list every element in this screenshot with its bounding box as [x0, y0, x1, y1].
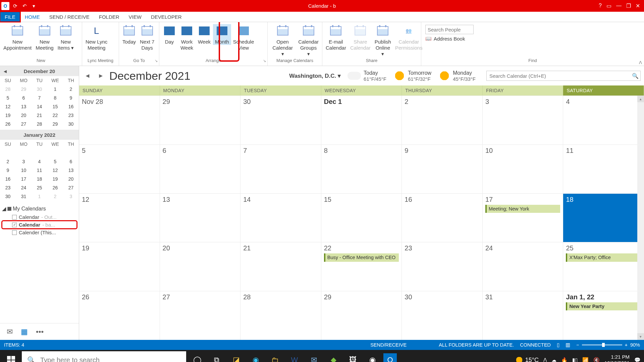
calendar-event[interactable]: Meeting; New York [485, 205, 560, 213]
onedrive-icon[interactable]: ☁ [551, 357, 556, 362]
zoom-in-icon[interactable]: + [625, 342, 628, 348]
day-cell[interactable]: 30 [402, 291, 483, 340]
date-nav-day[interactable]: 6 [63, 157, 79, 166]
scroll-up-icon[interactable]: ▴ [637, 96, 644, 102]
app2-icon[interactable]: 🖼 [344, 352, 361, 362]
wifi-icon[interactable]: 📶 [582, 357, 589, 362]
day-cell[interactable]: 19 [79, 242, 160, 291]
date-nav-day[interactable]: 11 [32, 166, 47, 175]
day-cell[interactable]: Jan 1, 22New Year Party [563, 291, 644, 340]
date-nav-day[interactable]: 29 [16, 85, 32, 94]
date-nav-day[interactable]: 24 [16, 183, 32, 192]
day-cell[interactable]: Nov 28 [79, 96, 160, 144]
view-reading-icon[interactable]: ▥ [566, 342, 570, 348]
day-cell[interactable]: 13 [160, 194, 241, 242]
day-cell[interactable]: 28 [240, 291, 321, 340]
date-nav-day[interactable]: 18 [32, 175, 47, 183]
help-icon[interactable]: ? [599, 3, 602, 9]
date-nav-day[interactable]: 2 [47, 192, 63, 201]
new-meeting-button[interactable]: New Meeting [34, 24, 55, 51]
date-nav-day[interactable]: 13 [16, 102, 32, 111]
weather-day[interactable]: Monday45°F/33°F [439, 70, 476, 82]
zoom-slider[interactable] [582, 344, 622, 346]
date-nav-month2[interactable]: SUMOTUWETH234569101112131617181920232425… [0, 140, 79, 201]
email-calendar-button[interactable]: E-mail Calendar [324, 24, 348, 51]
date-nav-day[interactable]: 26 [0, 120, 16, 128]
sticky-notes-icon[interactable]: ◪ [228, 352, 245, 362]
day-cell[interactable]: 29 [321, 291, 402, 340]
date-nav-day[interactable]: 1 [47, 85, 63, 94]
calendar-list-item[interactable]: ✓Calendar - ba... [2, 221, 77, 229]
calendar-event[interactable]: New Year Party [566, 302, 641, 310]
day-cell[interactable]: 11 [563, 145, 644, 193]
day-cell[interactable]: 2 [402, 96, 483, 144]
zoom-control[interactable]: − + 90% [576, 342, 640, 348]
date-nav-day[interactable] [47, 148, 63, 157]
weather-day[interactable]: Today61°F/45°F [347, 70, 386, 82]
date-nav-day[interactable]: 28 [0, 85, 16, 94]
day-cell[interactable]: 4 [563, 96, 644, 144]
arrange-dialog-launcher-icon[interactable]: ↘ [263, 59, 266, 63]
ribbon-options-icon[interactable]: ▭ [606, 3, 611, 9]
mail-icon[interactable]: ✉ [306, 352, 322, 362]
day-cell[interactable]: 17Meeting; New York [483, 194, 564, 242]
day-cell[interactable]: 14 [240, 194, 321, 242]
date-nav-day[interactable]: 12 [47, 166, 63, 175]
next-7-days-button[interactable]: Next 7 Days [138, 24, 156, 51]
date-nav-day[interactable]: 5 [0, 94, 16, 102]
edge-icon[interactable]: ◉ [247, 352, 264, 362]
date-nav-day[interactable]: 31 [16, 192, 32, 201]
date-nav-day[interactable]: 27 [63, 183, 79, 192]
date-nav-day[interactable]: 12 [0, 102, 16, 111]
qat-undo-icon[interactable]: ↶ [21, 2, 28, 10]
day-cell[interactable]: 23 [402, 242, 483, 291]
date-nav-day[interactable]: 16 [63, 102, 79, 111]
day-cell[interactable]: Dec 1 [321, 96, 402, 144]
date-nav-day[interactable]: 25 [32, 183, 47, 192]
collapse-ribbon-icon[interactable]: ᐱ [639, 60, 642, 65]
search-people-input[interactable] [425, 25, 474, 34]
date-nav-day[interactable]: 5 [47, 157, 63, 166]
date-nav-prev-icon[interactable]: ◄ [3, 68, 8, 74]
taskbar-clock[interactable]: 1:21 PM 12/18/2021 [604, 354, 630, 362]
tab-home[interactable]: HOME [20, 12, 45, 22]
battery-icon[interactable]: ▮▯ [572, 357, 578, 362]
volume-icon[interactable]: 🔇 [593, 357, 600, 362]
date-nav-day[interactable]: 13 [63, 166, 79, 175]
date-nav-day[interactable]: 19 [47, 175, 63, 183]
date-nav-day[interactable]: 1 [32, 192, 47, 201]
qat-customize-icon[interactable]: ▾ [30, 2, 38, 10]
day-cell[interactable]: 29 [160, 96, 241, 144]
prev-month-icon[interactable]: ◄ [83, 72, 93, 79]
checkbox-icon[interactable] [12, 215, 17, 220]
date-nav-day[interactable]: 7 [32, 94, 47, 102]
checkbox-icon[interactable]: ✓ [12, 223, 17, 227]
date-nav-day[interactable]: 3 [16, 157, 32, 166]
date-nav-day[interactable]: 17 [16, 175, 32, 183]
calendar-groups-button[interactable]: Calendar Groups ▾ [296, 24, 321, 57]
day-cell[interactable]: 20 [160, 242, 241, 291]
search-calendar-input[interactable] [487, 73, 630, 79]
date-nav-day[interactable] [0, 148, 16, 157]
date-nav-day[interactable]: 2 [63, 85, 79, 94]
share-calendar-button[interactable]: Share Calendar [348, 24, 373, 51]
mail-nav-icon[interactable]: ✉ [7, 327, 13, 336]
day-cell[interactable]: 6 [160, 145, 241, 193]
more-nav-icon[interactable]: ••• [36, 327, 44, 336]
week-view-button[interactable]: Week [196, 24, 213, 45]
tab-send-receive[interactable]: SEND / RECEIVE [45, 12, 94, 22]
checkbox-icon[interactable] [12, 230, 17, 235]
day-cell[interactable]: 12 [79, 194, 160, 242]
day-cell[interactable]: 18 [563, 194, 644, 242]
day-cell[interactable]: 3 [483, 96, 564, 144]
tray-app-icon[interactable]: 🔥 [561, 357, 568, 362]
date-nav-day[interactable]: 30 [63, 120, 79, 128]
my-calendars-header[interactable]: ◢ My Calendars [2, 204, 77, 213]
month-grid[interactable]: Nov 282930Dec 1234567891011121314151617M… [79, 96, 644, 340]
zoom-out-icon[interactable]: − [576, 342, 579, 348]
chrome-icon[interactable]: ◉ [364, 352, 381, 362]
date-nav-day[interactable]: 29 [47, 120, 63, 128]
outlook-taskbar-icon[interactable]: O [383, 353, 397, 362]
weather-location[interactable]: Washington, D.C. ▾ [289, 72, 341, 79]
date-nav-day[interactable]: 9 [63, 94, 79, 102]
